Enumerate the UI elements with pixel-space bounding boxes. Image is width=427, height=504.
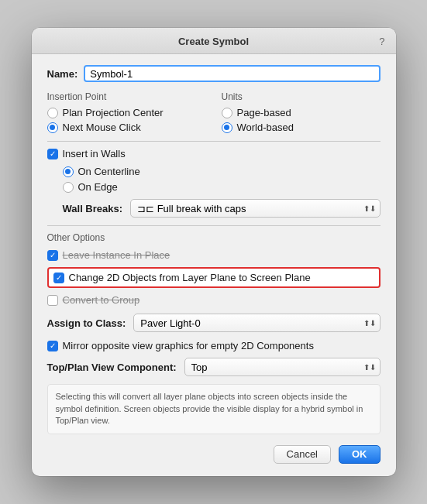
insertion-units-row: Insertion Point Plan Projection Center N…: [47, 91, 381, 133]
leave-instance-checkbox: [47, 250, 58, 261]
insert-in-walls-label: Insert in Walls: [63, 148, 126, 159]
radio-on-edge-circle: [63, 182, 74, 193]
radio-on-centerline-label: On Centerline: [78, 166, 140, 177]
wall-options-group: On Centerline On Edge Wall Breaks: ⊐⊏ Fu…: [63, 166, 381, 218]
top-plan-label: Top/Plan View Component:: [47, 362, 177, 373]
radio-plan-projection-circle: [47, 108, 58, 118]
leave-instance-label: Leave Instance In Place: [63, 249, 170, 261]
insertion-point-title: Insertion Point: [47, 91, 206, 102]
radio-on-centerline-circle: [63, 166, 74, 177]
radio-page-based[interactable]: Page-based: [222, 107, 381, 118]
mirror-checkbox: [47, 341, 58, 351]
create-symbol-dialog: Create Symbol ? Name: Insertion Point Pl…: [32, 28, 396, 475]
convert-to-group-label: Convert to Group: [63, 294, 140, 306]
wall-breaks-row: Wall Breaks: ⊐⊏ Full break with caps ⬆⬇: [63, 199, 381, 218]
insert-in-walls-row[interactable]: Insert in Walls: [47, 148, 381, 159]
assign-class-label: Assign to Class:: [47, 317, 126, 329]
dialog-title: Create Symbol: [178, 36, 249, 47]
assign-class-wrapper: Paver Light-0 ⬆⬇: [133, 314, 380, 332]
help-icon[interactable]: ?: [379, 36, 384, 47]
radio-page-based-label: Page-based: [237, 107, 291, 118]
units-group: Units Page-based World-based: [222, 91, 381, 133]
assign-class-row: Assign to Class: Paver Light-0 ⬆⬇: [47, 314, 381, 332]
radio-world-based[interactable]: World-based: [222, 122, 381, 133]
divider-1: [47, 141, 381, 142]
mirror-label: Mirror opposite view graphics for empty …: [63, 340, 314, 351]
radio-next-mouse-click-label: Next Mouse Click: [63, 122, 141, 133]
mirror-row[interactable]: Mirror opposite view graphics for empty …: [47, 340, 381, 351]
radio-next-mouse-click-circle: [47, 122, 58, 133]
wall-breaks-wrapper: ⊐⊏ Full break with caps ⬆⬇: [130, 199, 380, 218]
units-title: Units: [222, 91, 381, 102]
top-plan-select[interactable]: Top: [184, 358, 381, 376]
radio-world-based-label: World-based: [237, 122, 294, 133]
change-2d-label: Change 2D Objects from Layer Plane to Sc…: [69, 272, 311, 283]
radio-plan-projection-label: Plan Projection Center: [63, 107, 164, 118]
insertion-point-radios: Plan Projection Center Next Mouse Click: [47, 107, 206, 133]
radio-on-edge-label: On Edge: [78, 181, 118, 193]
units-radios: Page-based World-based: [222, 107, 381, 133]
radio-world-based-circle: [222, 122, 232, 133]
title-bar: Create Symbol ?: [32, 28, 396, 54]
insertion-point-group: Insertion Point Plan Projection Center N…: [47, 91, 206, 133]
radio-plan-projection[interactable]: Plan Projection Center: [47, 107, 206, 118]
wall-breaks-label: Wall Breaks:: [63, 203, 123, 214]
dialog-body: Name: Insertion Point Plan Projection Ce…: [32, 54, 396, 475]
ok-button[interactable]: OK: [339, 445, 381, 464]
change-2d-row[interactable]: Change 2D Objects from Layer Plane to Sc…: [47, 267, 381, 288]
top-plan-row: Top/Plan View Component: Top ⬆⬇: [47, 358, 381, 376]
name-label: Name:: [47, 68, 78, 80]
divider-2: [47, 225, 381, 226]
top-plan-wrapper: Top ⬆⬇: [184, 358, 381, 376]
name-row: Name:: [47, 65, 381, 82]
radio-on-centerline[interactable]: On Centerline: [63, 166, 381, 177]
button-row: Cancel OK: [47, 445, 381, 464]
assign-class-select[interactable]: Paver Light-0: [133, 314, 380, 332]
leave-instance-row[interactable]: Leave Instance In Place: [47, 249, 381, 261]
convert-to-group-checkbox: [47, 295, 58, 306]
name-input[interactable]: [84, 65, 380, 82]
cancel-button[interactable]: Cancel: [274, 445, 331, 464]
convert-to-group-row[interactable]: Convert to Group: [47, 294, 381, 306]
radio-next-mouse-click[interactable]: Next Mouse Click: [47, 122, 206, 133]
wall-breaks-select[interactable]: ⊐⊏ Full break with caps: [130, 199, 380, 218]
change-2d-checkbox: [53, 273, 64, 283]
radio-on-edge[interactable]: On Edge: [63, 181, 381, 193]
insert-in-walls-checkbox: [47, 149, 58, 159]
radio-page-based-circle: [222, 108, 232, 118]
info-text: Selecting this will convert all layer pl…: [47, 384, 381, 434]
other-options-title: Other Options: [47, 232, 381, 243]
